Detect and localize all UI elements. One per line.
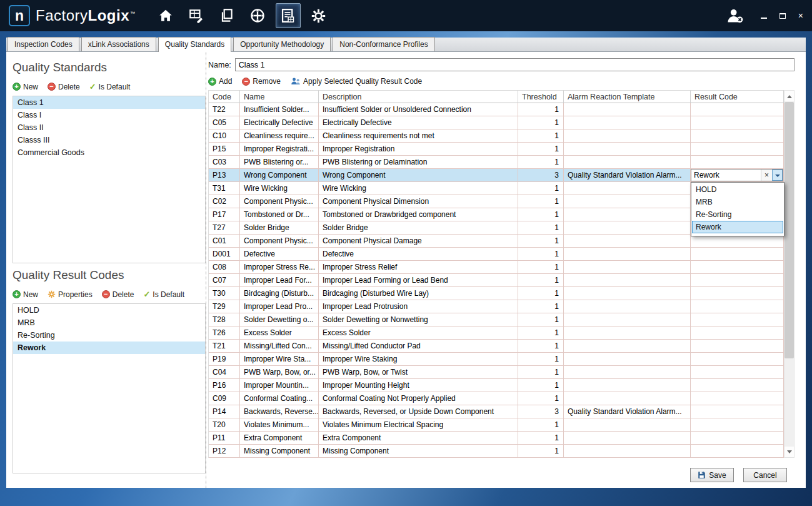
table-row[interactable]: C10Cleanliness require...Cleanliness req… [209, 129, 784, 143]
cell-code: C08 [209, 261, 240, 274]
cell-code: P12 [209, 445, 240, 458]
maximize-button[interactable] [779, 10, 786, 21]
tab-xlink-associations[interactable]: xLink Associations [81, 37, 156, 51]
list-item[interactable]: HOLD [13, 304, 205, 316]
list-item[interactable]: Class 1 [13, 96, 205, 109]
column-header-alarm[interactable]: Alarm Reaction Template [564, 90, 691, 103]
cell-desc: Improper Registration [319, 143, 518, 156]
table-row[interactable]: T20Violates Minimum...Violates Minimum E… [209, 418, 784, 432]
column-header-code[interactable]: Code [209, 90, 240, 103]
tab-non-conformance-profiles[interactable]: Non-Conformance Profiles [333, 37, 434, 51]
table-row[interactable]: P16Improper Mountin...Improper Mounting … [209, 379, 784, 392]
standards-is-default-button[interactable]: ✓ Is Default [89, 82, 131, 91]
trademark: ™ [130, 11, 136, 16]
column-header-result-code[interactable]: Result Code [691, 90, 784, 103]
nav-documents-button[interactable] [214, 3, 239, 28]
table-row[interactable]: P11Extra ComponentExtra Component1 [209, 432, 784, 445]
cell-result[interactable]: Rework× [691, 169, 784, 182]
scroll-down-button[interactable] [784, 447, 794, 457]
table-row[interactable]: P14Backwards, Reverse...Backwards, Rever… [209, 405, 784, 418]
table-row[interactable]: T30Birdcaging (Disturb...Birdcaging (Dis… [209, 287, 784, 300]
result-codes-new-button[interactable]: + New [13, 290, 38, 299]
table-row[interactable]: T26Excess SolderExcess Solder1 [209, 326, 784, 340]
cell-alarm [564, 248, 691, 261]
table-row[interactable]: C09Conformal Coating...Conformal Coating… [209, 392, 784, 405]
dropdown-option[interactable]: Re-Sorting [692, 208, 783, 221]
result-codes-properties-button[interactable]: Properties [48, 290, 93, 299]
tab-inspection-codes[interactable]: Inspection Codes [8, 37, 79, 51]
table-row[interactable]: P19Improper Wire Sta...Improper Wire Sta… [209, 353, 784, 366]
list-item[interactable]: Class I [13, 109, 205, 121]
list-item[interactable]: Re-Sorting [13, 329, 205, 342]
table-row[interactable]: T28Solder Dewetting o...Solder Dewetting… [209, 313, 784, 326]
delete-label: Delete [58, 83, 80, 91]
list-item[interactable]: Commercial Goods [13, 146, 205, 159]
nav-home-button[interactable] [153, 3, 178, 28]
result-code-combobox[interactable]: Rework× [691, 169, 783, 181]
cell-name: Improper Stress Re... [240, 261, 319, 274]
content-area: Quality Standards + New − Delete ✓ Is De… [6, 52, 806, 488]
tab-quality-standards[interactable]: Quality Standards [158, 37, 231, 52]
table-row[interactable]: T29Improper Lead Pro...Improper Lead Pro… [209, 300, 784, 313]
nav-quality-button[interactable] [276, 3, 301, 28]
column-header-threshold[interactable]: Threshold [518, 90, 564, 103]
cell-code: T22 [209, 103, 240, 116]
scroll-thumb[interactable] [784, 102, 794, 358]
column-header-name[interactable]: Name [240, 90, 319, 103]
table-row[interactable]: P13Wrong ComponentWrong Component3Qualit… [209, 169, 784, 182]
save-button[interactable]: Save [690, 468, 734, 482]
table-row[interactable]: C05Electrically DefectiveElectrically De… [209, 116, 784, 129]
chevron-down-icon[interactable] [772, 170, 783, 181]
add-button[interactable]: + Add [208, 77, 232, 86]
list-item[interactable]: Classs III [13, 134, 205, 146]
table-row[interactable]: C01Component Physic...Component Physical… [209, 235, 784, 248]
table-row[interactable]: P12Missing ComponentMissing Component1 [209, 445, 784, 458]
table-row[interactable]: C07Improper Lead For...Improper Lead For… [209, 274, 784, 287]
cell-name: Improper Lead Pro... [240, 300, 319, 313]
list-item[interactable]: Rework [13, 342, 205, 354]
cell-threshold: 3 [518, 169, 564, 182]
column-header-description[interactable]: Description [319, 90, 518, 103]
cell-desc: Excess Solder [319, 326, 518, 340]
result-codes-toolbar: + New Properties − Delete ✓ Is Default [13, 290, 206, 299]
user-button[interactable] [726, 7, 744, 24]
cell-threshold: 1 [518, 300, 564, 313]
tab-opportunity-methodology[interactable]: Opportunity Methodology [233, 37, 331, 51]
table-row[interactable]: C08Improper Stress Re...Improper Stress … [209, 261, 784, 274]
table-row[interactable]: P15Improper Registrati...Improper Regist… [209, 143, 784, 156]
remove-button[interactable]: − Remove [242, 77, 281, 86]
cell-alarm [564, 432, 691, 445]
table-row[interactable]: D001DefectiveDefective1 [209, 248, 784, 261]
result-codes-is-default-button[interactable]: ✓ Is Default [143, 290, 184, 299]
cell-code: T30 [209, 287, 240, 300]
standards-delete-button[interactable]: − Delete [48, 83, 80, 91]
dropdown-option[interactable]: HOLD [692, 183, 783, 196]
name-input[interactable] [235, 58, 794, 71]
table-row[interactable]: C04PWB Warp, Bow, or...PWB Warp, Bow, or… [209, 366, 784, 379]
scroll-up-button[interactable] [784, 91, 794, 101]
cell-threshold: 1 [518, 432, 564, 445]
nav-production-button[interactable] [184, 3, 209, 28]
table-row[interactable]: T21Missing/Lifted Con...Missing/Lifted C… [209, 340, 784, 353]
cell-result [691, 261, 784, 274]
list-item[interactable]: MRB [13, 316, 205, 329]
table-row[interactable]: C03PWB Blistering or...PWB Blistering or… [209, 156, 784, 169]
dropdown-option[interactable]: Rework [692, 221, 783, 233]
is-default-label: Is Default [99, 83, 131, 91]
dropdown-option[interactable]: MRB [692, 196, 783, 208]
cell-code: C01 [209, 235, 240, 248]
vertical-scrollbar[interactable] [784, 90, 794, 458]
nav-settings-button[interactable] [306, 3, 331, 28]
arrow-down-icon [787, 450, 792, 456]
nav-navigation-button[interactable] [245, 3, 270, 28]
list-item[interactable]: Class II [13, 121, 205, 134]
result-codes-delete-button[interactable]: − Delete [102, 290, 134, 299]
table-row[interactable]: T22Insufficient Solder...Insufficient So… [209, 103, 784, 116]
clear-icon[interactable]: × [761, 170, 772, 181]
apply-result-code-button[interactable]: Apply Selected Quality Result Code [291, 77, 422, 86]
close-button[interactable]: × [798, 10, 803, 21]
cancel-button[interactable]: Cancel [743, 468, 787, 482]
minimize-button[interactable] [761, 10, 767, 21]
standards-new-button[interactable]: + New [13, 83, 38, 91]
cell-desc: Missing/Lifted Conductor Pad [319, 340, 518, 353]
